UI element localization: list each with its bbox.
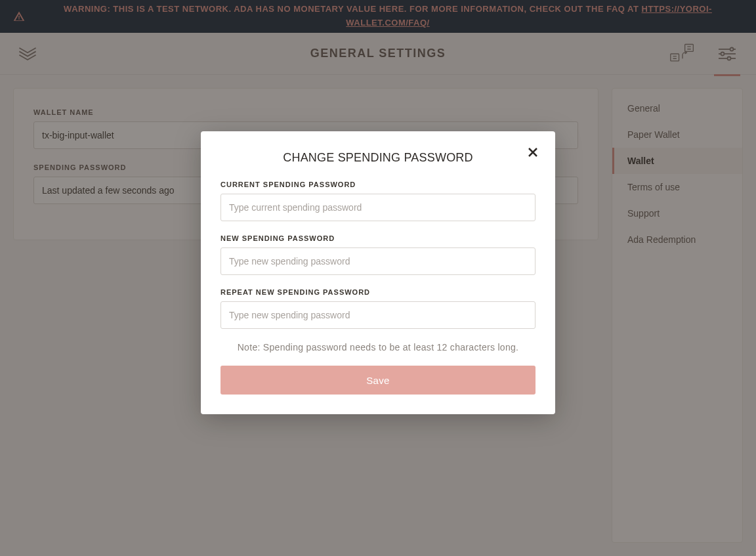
save-button[interactable]: Save — [220, 366, 536, 395]
current-password-label: CURRENT SPENDING PASSWORD — [220, 181, 536, 188]
new-password-input[interactable] — [220, 247, 536, 275]
close-icon[interactable] — [526, 146, 539, 161]
repeat-password-input[interactable] — [220, 301, 536, 329]
change-password-modal: CHANGE SPENDING PASSWORD CURRENT SPENDIN… — [201, 131, 555, 414]
password-note: Note: Spending password needs to be at l… — [220, 342, 536, 353]
modal-title: CHANGE SPENDING PASSWORD — [220, 151, 536, 165]
current-password-input[interactable] — [220, 194, 536, 221]
modal-overlay[interactable]: CHANGE SPENDING PASSWORD CURRENT SPENDIN… — [0, 0, 756, 556]
repeat-password-label: REPEAT NEW SPENDING PASSWORD — [220, 288, 536, 296]
new-password-label: NEW SPENDING PASSWORD — [220, 234, 536, 242]
